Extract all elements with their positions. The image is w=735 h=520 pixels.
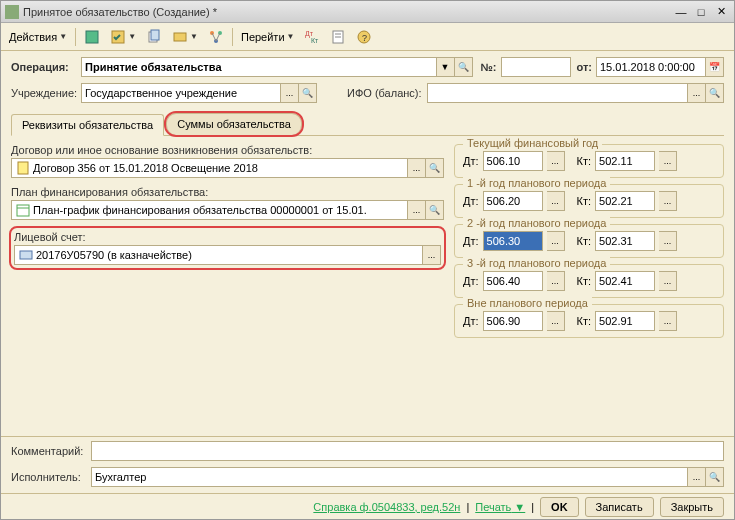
close-button[interactable]: ✕ [712,4,730,20]
tb-report-icon[interactable] [326,26,350,48]
g2-kt[interactable] [595,191,655,211]
contract-search[interactable]: 🔍 [426,158,444,178]
g1-kt-sel[interactable]: ... [659,151,677,171]
ifo-label: ИФО (баланс): [347,87,427,99]
comment-field[interactable] [91,441,724,461]
window-title: Принятое обязательство (Создание) * [23,6,670,18]
schedule-icon [15,202,31,218]
g2-kt-sel[interactable]: ... [659,191,677,211]
header-form: Операция: ▼ 🔍 №: от: 📅 Учреждение: ... 🔍… [1,51,734,113]
close-button[interactable]: Закрыть [660,497,724,517]
maximize-button[interactable]: □ [692,4,710,20]
actions-menu[interactable]: Действия▼ [5,26,71,48]
org-field[interactable] [81,83,281,103]
account-select[interactable]: ... [423,245,441,265]
operation-field[interactable] [81,57,437,77]
g1-dt[interactable] [483,151,543,171]
save-button[interactable]: Записать [585,497,654,517]
bottom-form: Комментарий: Исполнитель: ... 🔍 [1,436,734,493]
contract-select[interactable]: ... [408,158,426,178]
group-beyond: Вне планового периода Дт: ... Кт: ... [454,304,724,338]
g4-kt[interactable] [595,271,655,291]
executor-field[interactable] [91,467,688,487]
g4-dt-sel[interactable]: ... [547,271,565,291]
account-label: Лицевой счет: [14,231,441,243]
g4-dt[interactable] [483,271,543,291]
plan-field[interactable]: План-график финансирования обязательства… [11,200,408,220]
ifo-field[interactable] [427,83,688,103]
g3-dt[interactable] [483,231,543,251]
group-current-year: Текущий финансовый год Дт: ... Кт: ... [454,144,724,178]
operation-label: Операция: [11,61,81,73]
document-icon [15,160,31,176]
footer: Справка ф.0504833, ред.52н | Печать ▼ | … [1,493,734,519]
svg-rect-18 [20,251,32,259]
g3-dt-sel[interactable]: ... [547,231,565,251]
g2-dt[interactable] [483,191,543,211]
contract-field[interactable]: Договор 356 от 15.01.2018 Освещение 2018 [11,158,408,178]
svg-rect-0 [86,31,98,43]
g5-kt[interactable] [595,311,655,331]
tb-dtkt-icon[interactable]: ДтКт [300,26,324,48]
g2-dt-sel[interactable]: ... [547,191,565,211]
g1-kt[interactable] [595,151,655,171]
plan-label: План финансирования обязательства: [11,186,444,198]
right-column: Текущий финансовый год Дт: ... Кт: ... 1… [454,144,724,428]
account-icon [18,247,34,263]
date-field[interactable] [596,57,706,77]
svg-rect-16 [17,205,29,216]
from-label: от: [577,61,593,73]
titlebar: Принятое обязательство (Создание) * — □ … [1,1,734,23]
executor-label: Исполнитель: [11,471,91,483]
g5-dt-sel[interactable]: ... [547,311,565,331]
tb-help-icon[interactable]: ? [352,26,376,48]
print-link[interactable]: Печать ▼ [475,501,525,513]
group-year1: 1 -й год планового периода Дт: ... Кт: .… [454,184,724,218]
account-field[interactable]: 20176У05790 (в казначействе) [14,245,423,265]
svg-text:?: ? [362,33,367,43]
plan-select[interactable]: ... [408,200,426,220]
tb-structure-icon[interactable] [204,26,228,48]
left-column: Договор или иное основание возникновения… [11,144,444,428]
toolbar: Действия▼ ▼ ▼ Перейти▼ ДтКт ? [1,23,734,51]
ifo-search[interactable]: 🔍 [706,83,724,103]
svg-text:Кт: Кт [311,37,319,44]
svg-rect-4 [174,33,186,41]
tb-copy-icon[interactable] [142,26,166,48]
svg-rect-15 [18,162,28,174]
tab-content: Договор или иное основание возникновения… [1,136,734,436]
tb-save-icon[interactable] [80,26,104,48]
date-picker[interactable]: 📅 [706,57,724,77]
tabs: Реквизиты обязательства Суммы обязательс… [11,113,724,136]
tb-basedon-icon[interactable]: ▼ [168,26,202,48]
g3-kt[interactable] [595,231,655,251]
app-icon [5,5,19,19]
tab-requisites[interactable]: Реквизиты обязательства [11,114,164,136]
g5-kt-sel[interactable]: ... [659,311,677,331]
separator [232,28,233,46]
tab-sums[interactable]: Суммы обязательства [166,113,302,135]
plan-search[interactable]: 🔍 [426,200,444,220]
ok-button[interactable]: OK [540,497,579,517]
goto-menu[interactable]: Перейти▼ [237,26,299,48]
g3-kt-sel[interactable]: ... [659,231,677,251]
org-search[interactable]: 🔍 [299,83,317,103]
comment-label: Комментарий: [11,445,91,457]
tb-post-icon[interactable]: ▼ [106,26,140,48]
minimize-button[interactable]: — [672,4,690,20]
g1-dt-sel[interactable]: ... [547,151,565,171]
g4-kt-sel[interactable]: ... [659,271,677,291]
number-field[interactable] [501,57,571,77]
executor-search[interactable]: 🔍 [706,467,724,487]
number-label: №: [481,61,497,73]
contract-label: Договор или иное основание возникновения… [11,144,444,156]
executor-select[interactable]: ... [688,467,706,487]
ifo-select[interactable]: ... [688,83,706,103]
app-window: Принятое обязательство (Создание) * — □ … [0,0,735,520]
help-link[interactable]: Справка ф.0504833, ред.52н [313,501,460,513]
separator [75,28,76,46]
org-select[interactable]: ... [281,83,299,103]
operation-dropdown[interactable]: ▼ [437,57,455,77]
g5-dt[interactable] [483,311,543,331]
operation-search[interactable]: 🔍 [455,57,473,77]
